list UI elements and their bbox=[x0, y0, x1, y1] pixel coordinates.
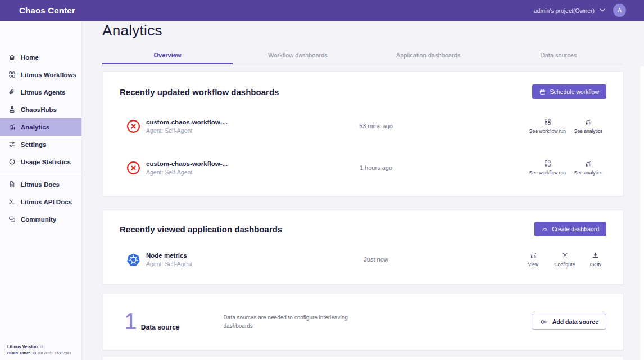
home-icon bbox=[8, 53, 16, 61]
paperclip-icon bbox=[8, 88, 16, 96]
version-value: ci bbox=[40, 344, 43, 349]
json-action[interactable]: JSON bbox=[584, 251, 606, 267]
data-source-count-label: Data source bbox=[141, 323, 180, 331]
row-left: custom-chaos-workflow-... Agent: Self-Ag… bbox=[126, 119, 289, 134]
application-dashboards-card: Recently viewed application dashboards C… bbox=[102, 210, 624, 285]
failed-status-icon bbox=[126, 119, 140, 133]
analytics-chart-icon bbox=[585, 160, 592, 167]
data-source-card: 1 Data source Data sources are needed to… bbox=[102, 293, 624, 350]
action-label: See analytics bbox=[574, 128, 603, 134]
action-label: See workflow run bbox=[529, 128, 566, 134]
data-source-count: 1 bbox=[124, 312, 137, 331]
workflow-row: custom-chaos-workflow-... Agent: Self-Ag… bbox=[103, 105, 623, 147]
ring-icon bbox=[8, 158, 16, 165]
action-label: Configure bbox=[555, 262, 575, 267]
add-data-source-button[interactable]: Add data source bbox=[532, 314, 606, 330]
card-title: Recently viewed application dashboards bbox=[120, 224, 282, 234]
workflow-time: 53 mins ago bbox=[289, 123, 462, 129]
sidebar-item-litmus-agents[interactable]: Litmus Agents bbox=[0, 83, 81, 101]
workflow-name: custom-chaos-workflow-... bbox=[146, 160, 228, 167]
sidebar-item-settings[interactable]: Settings bbox=[0, 136, 81, 153]
sidebar-item-label: Litmus Workflows bbox=[21, 71, 76, 78]
sidebar-item-home[interactable]: Home bbox=[0, 48, 81, 66]
card-head: Recently viewed application dashboards C… bbox=[103, 210, 623, 236]
tab-overview[interactable]: Overview bbox=[102, 46, 233, 64]
workflow-time: 1 hours ago bbox=[289, 164, 462, 171]
data-source-icon bbox=[539, 318, 548, 326]
configure-action[interactable]: Configure bbox=[550, 251, 579, 267]
next-card-peek bbox=[102, 356, 624, 360]
scrollbar[interactable] bbox=[640, 66, 644, 360]
row-left: Node metrics Agent: Self-Agent bbox=[126, 252, 289, 267]
row-actions: See workflow run See analytics bbox=[462, 160, 606, 176]
workflows-grid-icon bbox=[8, 71, 16, 78]
download-icon bbox=[592, 251, 599, 259]
sidebar-item-label: Usage Statistics bbox=[21, 159, 71, 165]
sidebar-item-label: Litmus Docs bbox=[21, 181, 60, 188]
chevron-down-icon bbox=[600, 8, 605, 12]
card-head: Recently updated workflow dashboards Sch… bbox=[103, 72, 623, 99]
button-label: Add data source bbox=[552, 318, 598, 325]
tab-bar: Overview Workflow dashboards Application… bbox=[102, 46, 624, 64]
see-analytics-action[interactable]: See analytics bbox=[570, 118, 606, 134]
sidebar-item-chaoshubs[interactable]: ChaosHubs bbox=[0, 101, 81, 118]
tab-data-sources[interactable]: Data sources bbox=[493, 46, 624, 64]
sidebar-item-label: Analytics bbox=[21, 124, 49, 130]
analytics-chart-icon bbox=[530, 251, 537, 259]
calendar-icon bbox=[539, 89, 546, 95]
workflow-agent: Agent: Self-Agent bbox=[146, 169, 228, 176]
sidebar-item-label: Home bbox=[21, 54, 39, 61]
data-source-count-block: 1 Data source bbox=[124, 312, 180, 331]
workflow-row: custom-chaos-workflow-... Agent: Self-Ag… bbox=[103, 147, 623, 188]
sidebar-item-label: Settings bbox=[21, 141, 46, 148]
sidebar-item-analytics[interactable]: Analytics bbox=[0, 118, 81, 136]
see-workflow-run-action[interactable]: See workflow run bbox=[529, 160, 566, 176]
dashboard-name: Node metrics bbox=[146, 252, 192, 259]
workflow-name: custom-chaos-workflow-... bbox=[146, 119, 228, 125]
sidebar-item-litmus-docs[interactable]: Litmus Docs bbox=[0, 176, 81, 193]
row-actions: View Configure JSON bbox=[462, 251, 606, 267]
sidebar-item-litmus-workflows[interactable]: Litmus Workflows bbox=[0, 66, 81, 83]
build-time-label: Build Time: bbox=[7, 350, 30, 356]
main-area: Analytics Overview Workflow dashboards A… bbox=[82, 21, 644, 360]
create-dashboard-button[interactable]: Create dashbaord bbox=[534, 222, 606, 236]
main-content: Analytics Overview Workflow dashboards A… bbox=[102, 23, 624, 360]
action-label: JSON bbox=[589, 262, 602, 267]
button-label: Schedule workflow bbox=[550, 88, 599, 95]
chat-bubbles-icon bbox=[8, 215, 16, 223]
workflow-agent: Agent: Self-Agent bbox=[146, 127, 228, 134]
document-icon bbox=[8, 181, 16, 188]
dashboard-time: Just now bbox=[289, 256, 462, 263]
app-title: Chaos Center bbox=[19, 6, 75, 15]
gauge-icon bbox=[542, 226, 548, 232]
sidebar-item-label: Litmus API Docs bbox=[21, 199, 72, 205]
application-row: Node metrics Agent: Self-Agent Just now … bbox=[103, 240, 623, 279]
tab-application-dashboards[interactable]: Application dashboards bbox=[363, 46, 493, 64]
card-title: Recently updated workflow dashboards bbox=[120, 87, 279, 97]
see-workflow-run-action[interactable]: See workflow run bbox=[529, 118, 566, 134]
see-analytics-action[interactable]: See analytics bbox=[570, 160, 606, 176]
action-label: View bbox=[528, 262, 538, 267]
sidebar-item-litmus-api-docs[interactable]: Litmus API Docs bbox=[0, 193, 81, 210]
failed-status-icon bbox=[126, 161, 140, 175]
workflow-dashboards-card: Recently updated workflow dashboards Sch… bbox=[102, 71, 624, 196]
avatar[interactable]: A bbox=[613, 4, 626, 17]
sidebar-item-usage-statistics[interactable]: Usage Statistics bbox=[0, 153, 81, 170]
kubernetes-icon bbox=[126, 253, 140, 267]
action-label: See analytics bbox=[574, 170, 603, 176]
workflow-rows: custom-chaos-workflow-... Agent: Self-Ag… bbox=[103, 105, 623, 188]
tab-workflow-dashboards[interactable]: Workflow dashboards bbox=[233, 46, 363, 64]
sliders-icon bbox=[8, 141, 16, 148]
schedule-workflow-button[interactable]: Schedule workflow bbox=[532, 84, 606, 99]
data-source-description: Data sources are needed to configure int… bbox=[224, 313, 365, 331]
version-info: Litmus Version: ci Build Time: 30 Jul 20… bbox=[7, 344, 71, 357]
gear-icon bbox=[561, 251, 569, 259]
sidebar-item-label: Litmus Agents bbox=[21, 89, 65, 96]
view-action[interactable]: View bbox=[521, 251, 546, 267]
sidebar-item-label: Community bbox=[21, 216, 56, 223]
version-label: Litmus Version: bbox=[7, 344, 39, 349]
sidebar-item-community[interactable]: Community bbox=[0, 210, 81, 228]
action-label: See workflow run bbox=[529, 170, 566, 176]
analytics-chart-icon bbox=[585, 118, 592, 125]
project-selector[interactable]: admin's project(Owner) bbox=[534, 7, 605, 14]
